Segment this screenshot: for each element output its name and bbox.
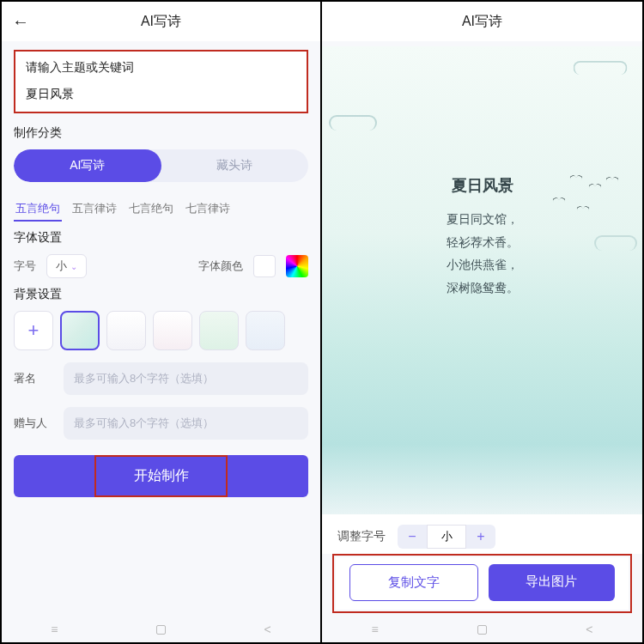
tab-7lvshi[interactable]: 七言律诗	[184, 197, 232, 222]
adjust-font-label: 调整字号	[337, 529, 386, 544]
recipient-row: 赠与人 最多可输入8个字符（选填）	[2, 407, 320, 440]
poem-line: 小池供燕雀，	[322, 253, 642, 276]
header-right: AI写诗	[322, 2, 642, 41]
signature-input[interactable]: 最多可输入8个字符（选填）	[64, 362, 308, 395]
recipient-input[interactable]: 最多可输入8个字符（选填）	[64, 407, 308, 440]
category-segmented: AI写诗 藏头诗	[14, 149, 308, 182]
tab-7jueju[interactable]: 七言绝句	[127, 197, 175, 222]
nav-menu-icon[interactable]: ≡	[51, 623, 58, 636]
start-create-button[interactable]: 开始制作	[14, 455, 308, 497]
bg-thumb-2[interactable]	[106, 311, 146, 350]
bg-section: 背景设置 +	[2, 287, 320, 350]
segment-acrostic[interactable]: 藏头诗	[161, 149, 309, 182]
left-panel: ← AI写诗 请输入主题或关键词 制作分类 AI写诗 藏头诗 五言绝句 五言律诗…	[2, 2, 322, 642]
right-panel: AI写诗 夏日风景 夏日同文馆， 轻衫荐术香。 小池供燕雀， 深树隐鸳鸯。 调整…	[322, 2, 642, 642]
copy-text-button[interactable]: 复制文字	[349, 564, 478, 601]
bg-thumb-5[interactable]	[246, 311, 285, 350]
font-increase-button[interactable]: +	[466, 525, 495, 549]
segment-ai-poem[interactable]: AI写诗	[14, 149, 161, 182]
font-color-swatch[interactable]	[253, 255, 276, 277]
signature-label: 署名	[14, 371, 48, 386]
font-size-dropdown[interactable]: 小 ⌄	[46, 254, 87, 278]
bg-thumb-4[interactable]	[199, 311, 239, 350]
font-size-display: 小	[427, 525, 466, 549]
nav-back-icon[interactable]: <	[586, 623, 592, 636]
chevron-down-icon: ⌄	[70, 262, 77, 271]
font-size-value: 小	[56, 258, 67, 274]
bg-thumb-3[interactable]	[153, 311, 192, 350]
font-color-label: 字体颜色	[198, 258, 243, 274]
keyword-input[interactable]	[26, 84, 296, 106]
font-section: 字体设置 字号 小 ⌄ 字体颜色	[2, 230, 320, 278]
nav-home-icon[interactable]	[156, 625, 166, 635]
page-title-left: AI写诗	[141, 13, 181, 31]
nav-menu-icon[interactable]: ≡	[372, 623, 379, 636]
tab-5lvshi[interactable]: 五言律诗	[70, 197, 118, 222]
recipient-label: 赠与人	[14, 416, 48, 431]
font-size-stepper: − 小 +	[398, 525, 495, 549]
header-left: ← AI写诗	[2, 2, 320, 41]
category-title: 制作分类	[14, 125, 308, 141]
poem-text: 夏日风景 夏日同文馆， 轻衫荐术香。 小池供燕雀， 深树隐鸳鸯。	[322, 175, 642, 299]
signature-row: 署名 最多可输入8个字符（选填）	[2, 362, 320, 395]
font-section-title: 字体设置	[14, 230, 308, 246]
font-decrease-button[interactable]: −	[398, 525, 427, 549]
keyword-input-box: 请输入主题或关键词	[14, 50, 308, 113]
highlight-bottom-box: 复制文字 导出图片	[332, 554, 632, 613]
android-nav-left: ≡ <	[2, 617, 320, 642]
poem-line: 轻衫荐术香。	[322, 231, 642, 254]
start-create-label: 开始制作	[134, 468, 189, 483]
bg-section-title: 背景设置	[14, 287, 308, 302]
form-tabs: 五言绝句 五言律诗 七言绝句 七言律诗	[14, 197, 308, 222]
nav-home-icon[interactable]	[477, 625, 487, 635]
page-title-right: AI写诗	[462, 13, 502, 31]
font-size-label: 字号	[14, 258, 36, 274]
bg-thumb-1[interactable]	[60, 311, 100, 350]
export-image-button[interactable]: 导出图片	[489, 564, 616, 601]
poem-preview: 夏日风景 夏日同文馆， 轻衫荐术香。 小池供燕雀， 深树隐鸳鸯。	[322, 46, 642, 514]
adjust-row: 调整字号 − 小 +	[322, 514, 642, 554]
android-nav-right: ≡ <	[322, 617, 642, 642]
poem-line: 夏日同文馆，	[322, 208, 642, 231]
nav-back-icon[interactable]: <	[264, 623, 271, 636]
bg-add-button[interactable]: +	[14, 311, 53, 350]
back-icon[interactable]: ←	[12, 12, 29, 32]
category-section: 制作分类 AI写诗 藏头诗	[2, 125, 320, 182]
keyword-label: 请输入主题或关键词	[26, 60, 296, 76]
tab-5jueju[interactable]: 五言绝句	[14, 197, 62, 222]
cloud-icon	[574, 61, 628, 75]
color-picker-icon[interactable]	[286, 255, 308, 277]
poem-line: 深树隐鸳鸯。	[322, 276, 642, 300]
cloud-icon	[329, 115, 377, 131]
poem-title: 夏日风景	[322, 175, 642, 196]
